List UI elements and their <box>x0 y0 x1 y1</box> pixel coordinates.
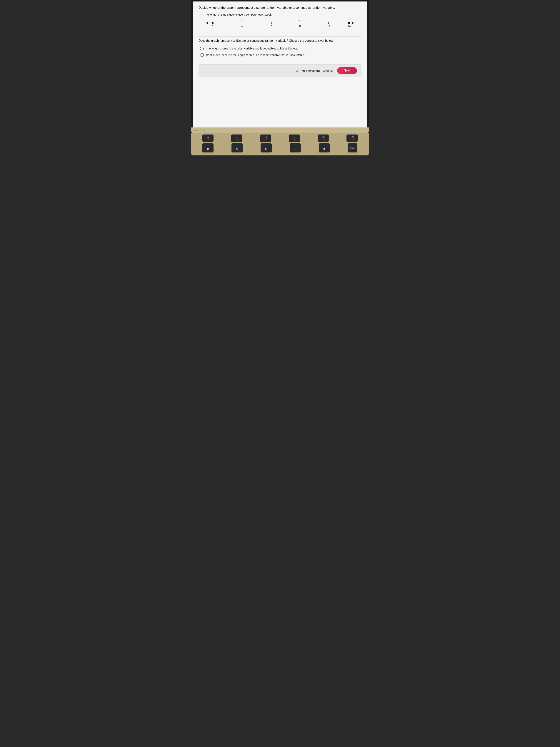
svg-text:+: + <box>241 20 242 22</box>
key-8[interactable]: * 8 <box>203 144 214 153</box>
rewind-icon: ⏮ <box>207 136 209 138</box>
key-0[interactable]: ) 0 <box>261 144 272 153</box>
clock-icon: ⊙ <box>296 69 298 73</box>
playpause-icon: ⏯ <box>236 136 238 138</box>
macbook-bezel: eBook Air <box>191 127 369 133</box>
svg-text:+: + <box>299 20 300 22</box>
laptop-screen: Decide whether the graph represents a di… <box>191 0 369 127</box>
graph-title: The length of time students use a comput… <box>204 13 359 16</box>
radio-a[interactable] <box>200 47 204 50</box>
options-container: The length of time is a random variable … <box>200 47 362 57</box>
key-f12[interactable]: ◁)) F12 <box>346 134 357 142</box>
time-value: 00:55:39 <box>323 69 334 72</box>
radio-b[interactable] <box>200 53 204 57</box>
svg-text:+: + <box>327 20 328 22</box>
key-f10[interactable]: ◁ F10 <box>289 134 300 142</box>
f7-label: F7 <box>207 139 209 141</box>
svg-text:+: + <box>271 20 271 22</box>
number-line-section: The length of time students use a comput… <box>198 13 362 33</box>
fastforward-icon: ⏭ <box>264 136 267 138</box>
svg-point-15 <box>348 22 350 24</box>
svg-text:4: 4 <box>241 25 243 28</box>
svg-text:8: 8 <box>271 25 272 28</box>
key-9[interactable]: ( 9 <box>232 144 243 153</box>
svg-text:0: 0 <box>212 25 213 28</box>
svg-text:+: + <box>348 20 349 22</box>
f9-label: F9 <box>264 139 267 141</box>
function-row: ⏮ F7 ⏯ F8 ⏭ F9 ◁ F10 ◁) F11 ◁)) F12 <box>194 134 366 142</box>
macbook-label: eBook Air <box>191 129 369 133</box>
volume-up-icon: ◁)) <box>350 136 354 138</box>
svg-text:16: 16 <box>327 25 330 28</box>
scroll-hint: ..... <box>201 31 359 33</box>
sub-question: Does the graph represent a discrete or c… <box>198 36 362 43</box>
time-remaining: ⊙ Time Remaining: 00:55:39 <box>296 69 334 73</box>
bottom-bar: ⊙ Time Remaining: 00:55:39 Next <box>198 64 362 77</box>
option-a-label: The length of time is a random variable … <box>206 47 298 50</box>
volume-down-icon: ◁) <box>322 136 324 138</box>
content-area: Decide whether the graph represents a di… <box>193 1 367 127</box>
option-a[interactable]: The length of time is a random variable … <box>200 47 362 50</box>
next-button[interactable]: Next <box>337 67 357 74</box>
number-line-container: 0 4 8 12 16 20 <box>202 19 358 30</box>
key-minus[interactable]: – – <box>290 144 301 153</box>
key-delete[interactable]: delet <box>348 144 357 153</box>
svg-marker-2 <box>352 22 354 24</box>
key-f11[interactable]: ◁) F11 <box>318 134 329 142</box>
f8-label: F8 <box>236 139 238 141</box>
key-f8[interactable]: ⏯ F8 <box>231 134 242 142</box>
f11-label: F11 <box>322 139 325 141</box>
key-f9[interactable]: ⏭ F9 <box>260 134 271 142</box>
key-f7[interactable]: ⏮ F7 <box>203 134 214 142</box>
svg-text:20: 20 <box>348 25 351 28</box>
option-b-label: Continuous, because the length of time i… <box>206 53 305 57</box>
svg-point-4 <box>212 22 214 24</box>
f12-label: F12 <box>350 139 353 141</box>
mute-icon: ◁ <box>294 136 295 138</box>
keyboard-area: ⏮ F7 ⏯ F8 ⏭ F9 ◁ F10 ◁) F11 ◁)) F12 * 8 <box>191 133 369 155</box>
number-row: * 8 ( 9 ) 0 – – + = delet <box>194 144 366 153</box>
key-equals[interactable]: + = <box>319 144 330 153</box>
time-label: Time Remaining: <box>299 69 321 72</box>
f10-label: F10 <box>293 139 296 141</box>
number-line-svg: 0 4 8 12 16 20 <box>202 19 358 30</box>
svg-text:12: 12 <box>299 25 301 28</box>
question-instruction: Decide whether the graph represents a di… <box>198 6 362 10</box>
svg-marker-1 <box>206 22 208 24</box>
option-b[interactable]: Continuous, because the length of time i… <box>200 53 362 57</box>
